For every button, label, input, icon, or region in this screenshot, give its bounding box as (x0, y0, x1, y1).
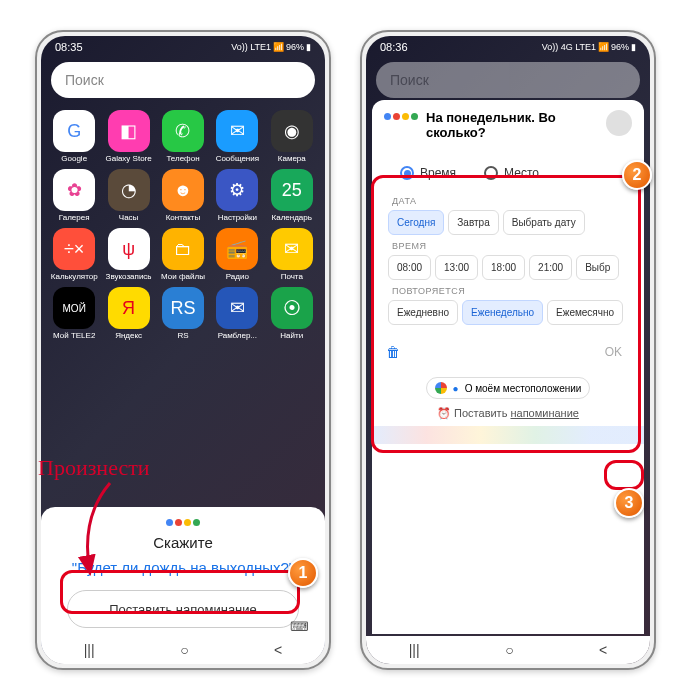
time-chip[interactable]: Выбр (576, 255, 619, 280)
app-Камера[interactable]: ◉Камера (266, 110, 318, 163)
nav-back[interactable]: < (599, 642, 607, 658)
app-icon: ◔ (108, 169, 150, 211)
status-bar: 08:35 Vo)) LTE1 📶 96%▮ (41, 36, 325, 58)
app-Настройки[interactable]: ⚙Настройки (211, 169, 263, 222)
annotation-marker-2: 2 (622, 160, 652, 190)
app-Календарь[interactable]: 25Календарь (266, 169, 318, 222)
radio-place[interactable]: Место (484, 166, 539, 180)
app-icon: 📻 (216, 228, 258, 270)
status-bar: 08:36 Vo)) 4G LTE1 📶 96%▮ (366, 36, 650, 58)
app-label: Яндекс (115, 331, 142, 340)
time-chip[interactable]: 08:00 (388, 255, 431, 280)
delete-icon[interactable]: 🗑 (386, 344, 400, 360)
nav-bar: ||| ○ < (366, 636, 650, 664)
app-label: Мой TELE2 (53, 331, 95, 340)
app-icon: ✉ (216, 287, 258, 329)
annotation-arrow (60, 478, 150, 588)
nav-home[interactable]: ○ (505, 642, 513, 658)
app-icon: ◉ (271, 110, 313, 152)
app-icon: ◧ (108, 110, 150, 152)
annotation-marker-1: 1 (288, 558, 318, 588)
search-input[interactable]: Поиск (51, 62, 315, 98)
app-Радио[interactable]: 📻Радио (211, 228, 263, 281)
app-Сообщения[interactable]: ✉Сообщения (211, 110, 263, 163)
repeat-chip[interactable]: Еженедельно (462, 300, 543, 325)
app-Рамблер...[interactable]: ✉Рамблер... (211, 287, 263, 340)
app-Яндекс[interactable]: ЯЯндекс (103, 287, 155, 340)
app-Мои файлы[interactable]: 🗀Мои файлы (157, 228, 209, 281)
app-Найти[interactable]: ⦿Найти (266, 287, 318, 340)
app-icon: ☻ (162, 169, 204, 211)
status-time: 08:35 (55, 41, 83, 53)
app-label: Мои файлы (161, 272, 205, 281)
app-icon: ÷× (53, 228, 95, 270)
app-label: Звукозапись (106, 272, 152, 281)
search-input[interactable]: Поиск (376, 62, 640, 98)
assistant-logo-icon (384, 113, 418, 120)
app-label: Галерея (59, 213, 90, 222)
app-label: Найти (280, 331, 303, 340)
nav-back[interactable]: < (274, 642, 282, 658)
time-chip[interactable]: 13:00 (435, 255, 478, 280)
app-label: Камера (278, 154, 306, 163)
date-chip[interactable]: Завтра (448, 210, 498, 235)
app-label: Google (61, 154, 87, 163)
assistant-card: На понедельник. Во сколько? Время Место … (372, 100, 644, 634)
suggestion-chip[interactable]: ● О моём местоположении (426, 377, 591, 399)
nav-recent[interactable]: ||| (84, 642, 95, 658)
radio-unchecked-icon (484, 166, 498, 180)
app-label: Рамблер... (218, 331, 257, 340)
nav-recent[interactable]: ||| (409, 642, 420, 658)
app-label: Почта (281, 272, 303, 281)
app-Звукозапись[interactable]: ψЗвукозапись (103, 228, 155, 281)
repeat-section-label: ПОВТОРЯЕТСЯ (392, 286, 624, 296)
date-chip[interactable]: Выбрать дату (503, 210, 585, 235)
app-label: Калькулятор (51, 272, 98, 281)
time-chip[interactable]: 21:00 (529, 255, 572, 280)
app-Google[interactable]: GGoogle (48, 110, 100, 163)
app-icon: ψ (108, 228, 150, 270)
time-chip[interactable]: 18:00 (482, 255, 525, 280)
status-icons: Vo)) LTE1 📶 96%▮ (231, 42, 311, 52)
avatar[interactable] (606, 110, 632, 136)
app-RS[interactable]: RSRS (157, 287, 209, 340)
app-label: Часы (119, 213, 139, 222)
reminder-link-line[interactable]: ⏰ Поставить напоминание (372, 407, 644, 420)
app-label: Календарь (272, 213, 312, 222)
app-label: Телефон (166, 154, 199, 163)
nav-home[interactable]: ○ (180, 642, 188, 658)
card-title: На понедельник. Во сколько? (426, 110, 598, 140)
app-icon: МОЙ (53, 287, 95, 329)
app-icon: RS (162, 287, 204, 329)
home-screen: GGoogle◧Galaxy Store✆Телефон✉Сообщения◉К… (41, 102, 325, 354)
app-Часы[interactable]: ◔Часы (103, 169, 155, 222)
repeat-chip[interactable]: Ежедневно (388, 300, 458, 325)
app-Контакты[interactable]: ☻Контакты (157, 169, 209, 222)
app-Почта[interactable]: ✉Почта (266, 228, 318, 281)
repeat-chip[interactable]: Ежемесячно (547, 300, 623, 325)
app-icon: G (53, 110, 95, 152)
search-placeholder: Поиск (65, 72, 104, 88)
app-Galaxy Store[interactable]: ◧Galaxy Store (103, 110, 155, 163)
radio-time[interactable]: Время (400, 166, 456, 180)
app-icon: ⦿ (271, 287, 313, 329)
app-icon: 25 (271, 169, 313, 211)
app-Телефон[interactable]: ✆Телефон (157, 110, 209, 163)
app-icon: ✿ (53, 169, 95, 211)
app-label: Galaxy Store (105, 154, 151, 163)
keyboard-icon[interactable]: ⌨ (290, 619, 309, 634)
app-Калькулятор[interactable]: ÷×Калькулятор (48, 228, 100, 281)
annotation-speak-label: Произнести (38, 455, 150, 481)
ok-button[interactable]: OK (597, 341, 630, 363)
app-icon: Я (108, 287, 150, 329)
app-icon: 🗀 (162, 228, 204, 270)
app-Мой TELE2[interactable]: МОЙМой TELE2 (48, 287, 100, 340)
set-reminder-button[interactable]: Поставить напоминание (67, 590, 299, 628)
date-chip[interactable]: Сегодня (388, 210, 444, 235)
app-Галерея[interactable]: ✿Галерея (48, 169, 100, 222)
app-icon: ✉ (271, 228, 313, 270)
app-label: Сообщения (216, 154, 259, 163)
reminder-form: Время Место ДАТА СегодняЗавтраВыбрать да… (380, 152, 636, 333)
phone-frame-right: 08:36 Vo)) 4G LTE1 📶 96%▮ Поиск На понед… (360, 30, 656, 670)
app-label: Радио (226, 272, 249, 281)
